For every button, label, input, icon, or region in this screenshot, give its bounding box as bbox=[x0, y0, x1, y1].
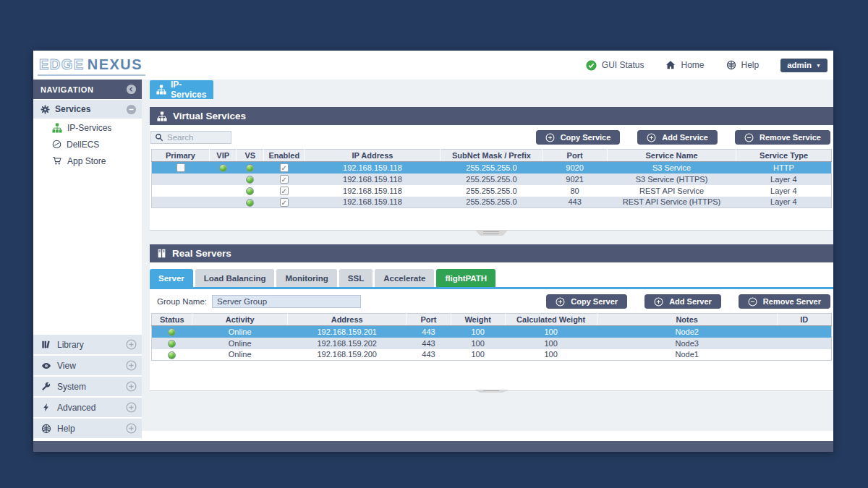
search-input[interactable] bbox=[167, 133, 227, 142]
sidebar-item-system[interactable]: System bbox=[33, 377, 142, 396]
sidebar-item-library[interactable]: Library bbox=[33, 335, 142, 354]
column-header-weight[interactable]: Weight bbox=[451, 314, 505, 326]
id-cell bbox=[777, 349, 831, 361]
address-cell: 192.168.159.201 bbox=[287, 326, 406, 338]
real-servers-header: Real Servers bbox=[150, 244, 833, 262]
collapse-minus-icon[interactable] bbox=[126, 104, 137, 115]
status-ok-icon bbox=[586, 60, 597, 71]
expand-plus-icon[interactable] bbox=[126, 402, 137, 413]
column-header-vs[interactable]: VS bbox=[237, 150, 264, 162]
tab-monitoring[interactable]: Monitoring bbox=[276, 269, 336, 287]
services-label: Services bbox=[55, 104, 90, 114]
status-green-icon bbox=[168, 340, 176, 348]
tab-flightpath[interactable]: flightPATH bbox=[436, 269, 495, 287]
real-servers-tabs: Server Load Balancing Monitoring SSL Acc… bbox=[150, 262, 833, 289]
column-header-service-name[interactable]: Service Name bbox=[607, 150, 736, 162]
sidebar-item-label: Advanced bbox=[57, 403, 95, 413]
table-row[interactable]: Online 192.168.159.202 443 100 100 Node3 bbox=[152, 338, 832, 349]
tab-label: Accelerate bbox=[383, 274, 425, 283]
column-header-calculated-weight[interactable]: Calculated Weight bbox=[505, 314, 597, 326]
footer-bar bbox=[33, 440, 833, 452]
tab-load-balancing[interactable]: Load Balancing bbox=[195, 269, 275, 287]
sidebar-spacer bbox=[33, 169, 142, 335]
subnet-mask-cell: 255.255.255.0 bbox=[441, 162, 542, 174]
column-header-port[interactable]: Port bbox=[542, 150, 607, 162]
table-row[interactable]: ✓ 192.168.159.118 255.255.255.0 80 REST … bbox=[152, 185, 832, 197]
remove-service-button[interactable]: Remove Service bbox=[735, 130, 830, 145]
minus-circle-icon bbox=[748, 297, 757, 307]
column-header-subnet-mask-prefix[interactable]: SubNet Mask / Prefix bbox=[441, 150, 542, 162]
column-header-ip-address[interactable]: IP Address bbox=[305, 150, 441, 162]
plus-circle-icon bbox=[545, 133, 555, 142]
add-server-button[interactable]: Add Server bbox=[644, 294, 721, 309]
primary-checkbox[interactable] bbox=[176, 163, 185, 172]
column-header-vip[interactable]: VIP bbox=[209, 150, 237, 162]
calculated-weight-cell: 100 bbox=[505, 338, 597, 349]
status-green-icon bbox=[168, 351, 176, 359]
virtual-services-header: Virtual Services bbox=[150, 107, 833, 125]
add-service-button[interactable]: Add Service bbox=[637, 130, 718, 145]
ip-address-cell: 192.168.159.118 bbox=[305, 197, 441, 208]
virtual-services-title: Virtual Services bbox=[173, 111, 246, 121]
enabled-checkbox[interactable]: ✓ bbox=[280, 175, 289, 184]
tab-ip-services[interactable]: IP-Services bbox=[150, 80, 213, 99]
collapse-sidebar-icon[interactable] bbox=[126, 84, 137, 95]
service-name-cell: S3 Service (HTTPS) bbox=[607, 174, 736, 185]
copy-server-button[interactable]: Copy Server bbox=[546, 294, 627, 309]
sidebar-item-help[interactable]: Help bbox=[33, 419, 142, 438]
status-green-icon bbox=[246, 164, 254, 172]
column-header-id[interactable]: ID bbox=[777, 314, 831, 326]
expand-plus-icon[interactable] bbox=[126, 360, 137, 371]
port-cell: 443 bbox=[407, 326, 451, 338]
dell-icon bbox=[52, 140, 61, 149]
sidebar-item-ip-services[interactable]: IP-Services bbox=[33, 119, 142, 136]
home-link[interactable]: Home bbox=[665, 60, 704, 70]
column-header-primary[interactable]: Primary bbox=[152, 150, 210, 162]
subnet-mask-cell: 255.255.255.0 bbox=[441, 174, 542, 185]
sidebar-item-advanced[interactable]: Advanced bbox=[33, 398, 142, 417]
column-header-port[interactable]: Port bbox=[407, 314, 451, 326]
table-row[interactable]: ✓ 192.168.159.118 255.255.255.0 443 REST… bbox=[152, 197, 832, 208]
port-cell: 443 bbox=[542, 197, 607, 208]
expand-plus-icon[interactable] bbox=[126, 339, 137, 350]
table-row[interactable]: Online 192.168.159.201 443 100 100 Node2 bbox=[152, 326, 832, 338]
admin-menu-button[interactable]: admin ▼ bbox=[780, 59, 827, 72]
expand-plus-icon[interactable] bbox=[126, 381, 137, 392]
tab-server[interactable]: Server bbox=[150, 269, 193, 287]
copy-service-button[interactable]: Copy Service bbox=[536, 130, 621, 145]
sidebar-item-app-store[interactable]: App Store bbox=[33, 153, 142, 169]
column-header-activity[interactable]: Activity bbox=[192, 314, 288, 326]
group-name-input[interactable] bbox=[212, 295, 361, 308]
panel-resize-handle[interactable] bbox=[475, 390, 508, 393]
sidebar-item-label: View bbox=[57, 361, 76, 371]
enabled-checkbox[interactable]: ✓ bbox=[280, 187, 289, 195]
service-name-cell: S3 Service bbox=[607, 162, 736, 174]
remove-server-button[interactable]: Remove Server bbox=[739, 294, 830, 309]
navigation-sidebar: NAVIGATION Services IP-Services DellECS … bbox=[33, 80, 142, 440]
button-label: Add Server bbox=[669, 297, 712, 306]
column-header-notes[interactable]: Notes bbox=[597, 314, 777, 326]
sidebar-item-services[interactable]: Services bbox=[33, 100, 142, 119]
help-link[interactable]: Help bbox=[726, 60, 760, 70]
table-row[interactable]: ✓ 192.168.159.118 255.255.255.0 9021 S3 … bbox=[152, 174, 832, 185]
sidebar-item-view[interactable]: View bbox=[33, 356, 142, 375]
id-cell bbox=[777, 326, 831, 338]
table-row[interactable]: Online 192.168.159.200 443 100 100 Node1 bbox=[152, 349, 832, 361]
column-header-status[interactable]: Status bbox=[152, 314, 192, 326]
column-header-service-type[interactable]: Service Type bbox=[736, 150, 832, 162]
tab-ssl[interactable]: SSL bbox=[339, 269, 373, 287]
tab-accelerate[interactable]: Accelerate bbox=[375, 269, 434, 287]
port-cell: 9021 bbox=[542, 174, 607, 185]
virtual-services-table: PrimaryVIPVSEnabledIP AddressSubNet Mask… bbox=[151, 149, 832, 208]
enabled-checkbox[interactable]: ✓ bbox=[280, 198, 289, 207]
real-servers-title: Real Servers bbox=[172, 248, 231, 259]
enabled-checkbox[interactable]: ✓ bbox=[280, 163, 289, 172]
column-header-enabled[interactable]: Enabled bbox=[264, 150, 305, 162]
expand-plus-icon[interactable] bbox=[126, 423, 137, 434]
help-label: Help bbox=[741, 60, 760, 70]
sidebar-item-dellecs[interactable]: DellECS bbox=[33, 136, 142, 153]
panel-resize-handle[interactable] bbox=[475, 230, 508, 236]
column-header-address[interactable]: Address bbox=[287, 314, 406, 326]
ip-address-cell: 192.168.159.118 bbox=[305, 174, 441, 185]
table-row[interactable]: ✓ 192.168.159.118 255.255.255.0 9020 S3 … bbox=[152, 162, 832, 174]
